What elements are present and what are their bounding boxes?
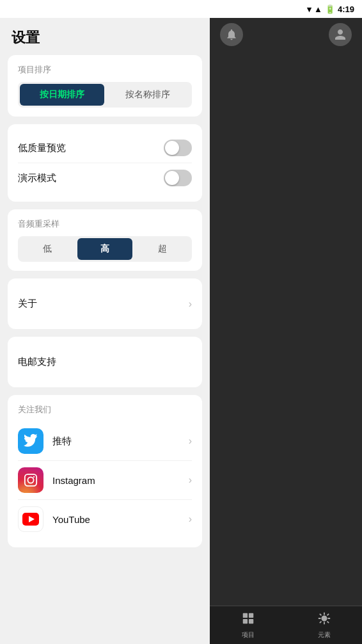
- follow-us-label: 关注我们: [18, 404, 192, 415]
- about-card[interactable]: 关于 ›: [8, 278, 202, 329]
- audio-ultra-button[interactable]: 超: [134, 238, 190, 260]
- youtube-chevron-icon: ›: [189, 513, 192, 525]
- sort-segmented-control: 按日期排序 按名称排序: [18, 82, 192, 108]
- youtube-item[interactable]: YouTube ›: [18, 499, 192, 538]
- email-support-card[interactable]: 电邮支持: [8, 337, 202, 387]
- presentation-mode-row: 演示模式: [18, 163, 192, 193]
- low-quality-toggle[interactable]: [164, 140, 192, 156]
- settings-panel: 设置 项目排序 按日期排序 按名称排序 低质量预览 演示模式 音频重采样 低 高…: [0, 0, 210, 644]
- battery-icon: 🔋: [325, 4, 335, 14]
- about-label: 关于: [18, 298, 37, 310]
- presentation-mode-label: 演示模式: [18, 172, 56, 184]
- audio-resample-control: 低 高 超: [18, 236, 192, 262]
- bottom-nav: 项目 元素: [210, 606, 362, 644]
- about-row[interactable]: 关于 ›: [18, 287, 192, 320]
- profile-icon[interactable]: [329, 23, 352, 46]
- sort-card: 项目排序 按日期排序 按名称排序: [8, 55, 202, 117]
- nav-item-elements[interactable]: 元素: [317, 611, 331, 640]
- time-display: 4:19: [338, 4, 354, 14]
- nav-item-projects[interactable]: 项目: [241, 611, 255, 640]
- about-chevron-icon: ›: [189, 298, 192, 310]
- wifi-icon: ▾: [307, 4, 311, 14]
- twitter-chevron-icon: ›: [189, 435, 192, 447]
- instagram-item[interactable]: Instagram ›: [18, 460, 192, 499]
- elements-label: 元素: [318, 631, 331, 640]
- follow-us-card: 关注我们 推特 ›: [8, 395, 202, 547]
- svg-rect-0: [25, 474, 36, 486]
- svg-rect-8: [248, 618, 253, 623]
- twitter-item-left: 推特: [18, 428, 72, 454]
- signal-icon: ▲: [314, 4, 322, 14]
- svg-rect-6: [248, 613, 253, 617]
- svg-rect-5: [242, 613, 247, 617]
- sort-by-name-button[interactable]: 按名称排序: [106, 84, 191, 106]
- youtube-icon: [18, 506, 43, 532]
- audio-low-button[interactable]: 低: [20, 238, 75, 260]
- elements-icon: [317, 611, 331, 629]
- svg-rect-7: [242, 618, 247, 623]
- twitter-item[interactable]: 推特 ›: [18, 422, 192, 460]
- youtube-item-left: YouTube: [18, 506, 90, 532]
- twitter-label: 推特: [52, 435, 72, 447]
- right-panel: [210, 0, 362, 644]
- youtube-label: YouTube: [52, 514, 90, 525]
- sort-section-label: 项目排序: [18, 64, 192, 76]
- low-quality-row: 低质量预览: [18, 133, 192, 163]
- audio-high-button[interactable]: 高: [77, 238, 133, 260]
- email-support-row[interactable]: 电邮支持: [18, 346, 192, 378]
- bell-icon[interactable]: [220, 23, 243, 46]
- instagram-item-left: Instagram: [18, 467, 95, 493]
- svg-point-9: [321, 615, 327, 621]
- low-quality-label: 低质量预览: [18, 142, 66, 154]
- projects-label: 项目: [242, 631, 255, 640]
- instagram-icon: [18, 467, 43, 493]
- projects-icon: [241, 611, 255, 629]
- status-bar: ▾ ▲ 🔋 4:19: [0, 0, 362, 18]
- twitter-icon: [18, 428, 43, 454]
- email-support-label: 电邮支持: [18, 356, 56, 368]
- svg-point-2: [33, 476, 35, 478]
- status-bar-right: ▾ ▲ 🔋 4:19: [307, 4, 354, 14]
- audio-resample-label: 音频重采样: [18, 218, 192, 230]
- sort-by-date-button[interactable]: 按日期排序: [20, 84, 104, 106]
- page-title: 设置: [0, 18, 210, 55]
- toggle-card: 低质量预览 演示模式: [8, 124, 202, 202]
- instagram-chevron-icon: ›: [189, 474, 192, 486]
- instagram-label: Instagram: [52, 475, 95, 486]
- presentation-mode-toggle[interactable]: [164, 170, 192, 186]
- audio-resample-card: 音频重采样 低 高 超: [8, 209, 202, 271]
- svg-point-1: [28, 477, 33, 483]
